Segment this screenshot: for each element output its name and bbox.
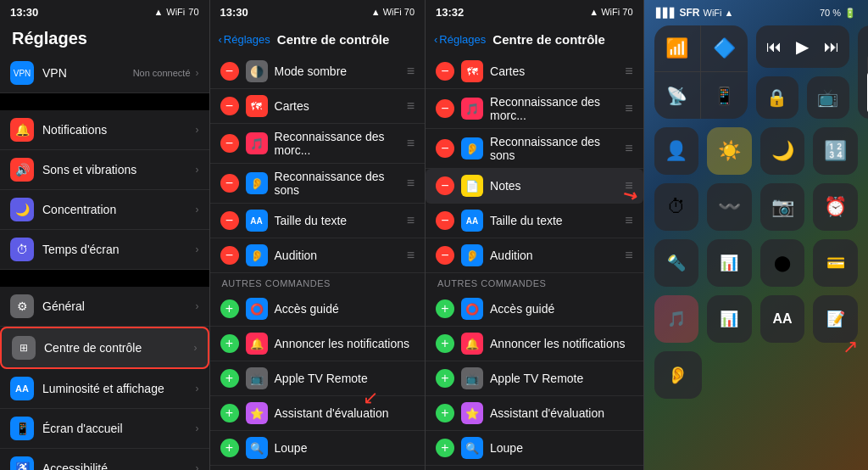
add-btn-acces-p3[interactable]: + (436, 299, 454, 318)
notes-cc-tile[interactable]: 📝 (813, 295, 858, 343)
calc-tile[interactable]: 🔢 (813, 127, 858, 175)
cc-item-cartes[interactable]: − 🗺 Cartes ≡ (210, 89, 426, 124)
settings-item-general[interactable]: ⚙ Général › (0, 287, 209, 327)
wifi-tile[interactable]: 📶 (654, 25, 701, 72)
settings-item-temps[interactable]: ⏱ Temps d'écran › (0, 230, 209, 270)
notifications-icon: 🔔 (10, 118, 34, 142)
brightness-tile[interactable]: ☀️ (707, 127, 752, 175)
remove-btn-sons[interactable]: − (220, 174, 239, 193)
screen-lock-tile[interactable]: 🔒 (756, 76, 798, 119)
cc-item-maison-p3[interactable]: + 🏠 Maison (426, 466, 643, 470)
cc-item-acces-guide[interactable]: + ⭕ Accès guidé (210, 292, 426, 327)
remove-btn-notes-p3[interactable]: − (436, 176, 454, 195)
nav-back-3[interactable]: ‹ Réglages (434, 33, 486, 46)
add-btn-annoncer[interactable]: + (220, 334, 239, 353)
next-btn[interactable]: ⏭ (824, 38, 839, 56)
cc-item-cartes-p3[interactable]: − 🗺 Cartes ≡ (426, 54, 643, 89)
cc-item-acces-p3[interactable]: + ⭕ Accès guidé (426, 292, 643, 327)
qr-tile[interactable]: 📊 (707, 239, 752, 287)
wallet-tile[interactable]: 💳 (813, 239, 858, 287)
cc-item-reconn-sons[interactable]: − 👂 Reconnaissance des sons ≡ (210, 164, 426, 204)
connectivity-tile[interactable]: 📶 🔷 📡 📱 (654, 25, 748, 119)
drag-handle-cartes[interactable]: ≡ (407, 98, 415, 114)
bluetooth-tile[interactable]: 🔷 (701, 25, 748, 72)
camera-tile[interactable]: 📷 (760, 183, 805, 231)
dnd-tile[interactable]: 🌙 (760, 127, 805, 175)
drag-handle-reconn-p3[interactable]: ≡ (625, 101, 632, 116)
cc-item-reconn-morceau-p3[interactable]: − 🎵 Reconnaissance des morc... ≡ (426, 89, 643, 129)
cc-item-assistant-p3[interactable]: + ⭐ Assistant d'évaluation (426, 396, 643, 431)
nav-back-2[interactable]: ‹ Réglages (219, 33, 270, 46)
remove-btn[interactable]: − (220, 62, 239, 81)
brightness-slider[interactable] (858, 25, 868, 119)
remove-btn-reconn[interactable]: − (220, 134, 239, 153)
remove-btn-reconn-p3[interactable]: − (436, 99, 454, 118)
shazam-tile[interactable]: 🎵 (654, 295, 699, 343)
add-btn-assistant[interactable]: + (220, 404, 239, 422)
cc-item-loupe-p3[interactable]: + 🔍 Loupe (426, 431, 643, 466)
drag-handle-taille-p3[interactable]: ≡ (625, 213, 632, 228)
add-btn-appletv[interactable]: + (220, 369, 239, 388)
cc-item-loupe[interactable]: + 🔍 Loupe (210, 431, 426, 466)
add-btn-appletv-p3[interactable]: + (436, 369, 454, 388)
cc-item-reconn-morceau[interactable]: − 🎵 Reconnaissance des morc... ≡ (210, 124, 426, 164)
drag-handle-audition-p3[interactable]: ≡ (625, 248, 632, 263)
settings-item-vpn[interactable]: VPN VPN Non connecté › (0, 53, 209, 93)
drag-handle-taille[interactable]: ≡ (407, 213, 415, 228)
drag-handle-notes-p3[interactable]: ≡ (625, 178, 632, 193)
play-btn[interactable]: ▶ (796, 36, 809, 57)
cc-item-apple-tv-p3[interactable]: + 📺 Apple TV Remote (426, 361, 643, 396)
add-btn-acces[interactable]: + (220, 299, 239, 318)
settings-item-sons[interactable]: 🔊 Sons et vibrations › (0, 150, 209, 190)
hearing-tile[interactable]: 👂 (654, 351, 702, 399)
flashlight-tile[interactable]: 🔦 (654, 239, 699, 287)
mirror-tile[interactable]: 📺 (807, 76, 849, 119)
drag-handle-cartes-p3[interactable]: ≡ (625, 64, 632, 79)
hotspot-tile[interactable]: 📱 (701, 72, 748, 119)
settings-item-luminosite[interactable]: AA Luminosité et affichage › (0, 369, 209, 409)
cc-item-mode-sombre[interactable]: − 🌗 Mode sombre ≡ (210, 54, 426, 89)
airdrop-tile[interactable]: 📡 (654, 72, 701, 119)
cc-item-audition-p3[interactable]: − 👂 Audition ≡ (426, 238, 643, 273)
textsize-tile[interactable]: AA (760, 295, 805, 343)
drag-handle-audition[interactable]: ≡ (407, 248, 415, 263)
remove-btn-audition-p3[interactable]: − (436, 246, 454, 265)
drag-handle-sons-p3[interactable]: ≡ (625, 141, 632, 156)
waveform-tile[interactable]: 📊 (707, 295, 752, 343)
remove-btn-cartes[interactable]: − (220, 97, 239, 115)
cc-item-annoncer[interactable]: + 🔔 Annoncer les notifications (210, 327, 426, 361)
darkmode-circle-tile[interactable]: ⬤ (760, 239, 805, 287)
drag-handle-reconn[interactable]: ≡ (407, 136, 415, 151)
remove-btn-taille-p3[interactable]: − (436, 211, 454, 230)
cc-item-apple-tv[interactable]: + 📺 Apple TV Remote (210, 361, 426, 396)
cc-item-audition[interactable]: − 👂 Audition ≡ (210, 238, 426, 273)
alarm-tile[interactable]: ⏰ (813, 183, 858, 231)
soundwave-tile[interactable]: 〰️ (707, 183, 752, 231)
focus-tile[interactable]: 👤 (654, 127, 699, 175)
cc-item-taille-p3[interactable]: − AA Taille du texte ≡ (426, 204, 643, 238)
cc-item-reconn-sons-p3[interactable]: − 👂 Reconnaissance des sons ≡ (426, 129, 643, 169)
remove-btn-audition[interactable]: − (220, 246, 239, 265)
prev-btn[interactable]: ⏮ (766, 38, 782, 56)
cc-item-notes-p3-active[interactable]: − 📄 Notes ≡ (426, 169, 643, 204)
add-btn-loupe-p3[interactable]: + (436, 439, 454, 457)
drag-handle[interactable]: ≡ (407, 64, 415, 79)
settings-item-notifications[interactable]: 🔔 Notifications › (0, 110, 209, 150)
media-tile[interactable]: ⏮ ▶ ⏭ (756, 25, 849, 68)
cc-item-maison[interactable]: + 🏠 Maison (210, 466, 426, 470)
settings-item-concentration[interactable]: 🌙 Concentration › (0, 190, 209, 230)
settings-item-centre[interactable]: ⊞ Centre de contrôle › (0, 327, 209, 369)
settings-item-accessibilite[interactable]: ♿ Accessibilité › (0, 449, 209, 470)
remove-btn-taille[interactable]: − (220, 211, 239, 230)
remove-btn-cartes-p3[interactable]: − (436, 62, 454, 81)
remove-btn-sons-p3[interactable]: − (436, 139, 454, 158)
cc-item-assistant[interactable]: + ⭐ Assistant d'évaluation (210, 396, 426, 431)
add-btn-annoncer-p3[interactable]: + (436, 334, 454, 353)
timer-tile[interactable]: ⏱ (654, 183, 699, 231)
drag-handle-sons[interactable]: ≡ (407, 176, 415, 191)
add-btn-loupe[interactable]: + (220, 439, 239, 457)
cc-item-annoncer-p3[interactable]: + 🔔 Annoncer les notifications (426, 327, 643, 361)
settings-item-ecran[interactable]: 📱 Écran d'accueil › (0, 409, 209, 449)
add-btn-assistant-p3[interactable]: + (436, 404, 454, 422)
cc-item-taille[interactable]: − AA Taille du texte ≡ (210, 204, 426, 238)
